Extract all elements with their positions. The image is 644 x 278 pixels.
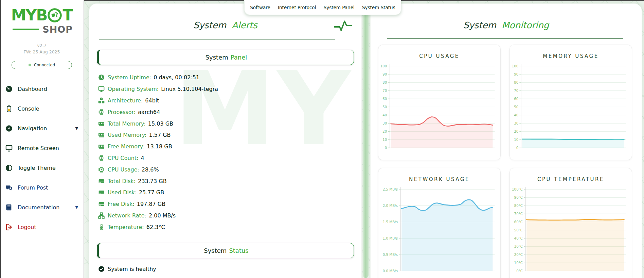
hdd-icon [98, 201, 105, 207]
mybot-logo: MYB T SHOP [6, 7, 77, 35]
svg-text:30°C: 30°C [514, 244, 523, 248]
info-label: Free Disk: [108, 201, 135, 207]
info-label: Free Memory: [108, 143, 144, 150]
forum-icon [5, 184, 13, 191]
info-value: 25.77 GB [139, 189, 164, 196]
sidebar-item-toggle-theme[interactable]: Toggle Theme [0, 158, 84, 178]
svg-text:80: 80 [382, 80, 387, 84]
sidebar-item-dashboard[interactable]: Dashboard [0, 79, 84, 99]
system-info-row-processor: Processor:aarch64 [98, 106, 361, 118]
chip-icon [98, 155, 105, 161]
svg-text:0.5 MB/s: 0.5 MB/s [383, 252, 398, 257]
window-left-edge [0, 0, 1, 278]
svg-text:90: 90 [514, 72, 518, 76]
svg-text:40: 40 [514, 113, 518, 117]
svg-text:10: 10 [382, 137, 387, 142]
memory-icon [98, 120, 105, 127]
svg-text:2.0 MB/s: 2.0 MB/s [383, 203, 398, 208]
info-value: aarch64 [138, 109, 160, 115]
nav-item-system-status[interactable]: System Status [360, 3, 397, 12]
panel-header-secondary: Panel [231, 54, 247, 61]
info-value: 28.6% [142, 166, 159, 173]
svg-text:100°C: 100°C [512, 187, 523, 191]
connection-status-label: Connected [34, 63, 55, 67]
svg-text:30: 30 [382, 121, 387, 125]
alerts-title-underline [99, 39, 335, 39]
system-info-row-cpu-usage: CPU Usage:28.6% [98, 164, 361, 175]
book-icon [5, 204, 13, 211]
firmware-label: FW: 25 Aug 2025 [0, 49, 84, 55]
memory-usage-chart: 0102030405060708090100 [510, 61, 632, 156]
info-label: Architecture: [108, 97, 143, 104]
caret-down-icon[interactable]: ▼ [75, 126, 78, 131]
battery-icon [5, 105, 13, 112]
monitor-icon [98, 86, 105, 92]
nav-item-internet-protocol[interactable]: Internet Protocol [276, 3, 318, 12]
svg-text:1.5 MB/s: 1.5 MB/s [383, 220, 398, 224]
system-info-row-temperature: Temperature:62.3°C [98, 221, 361, 233]
system-info-row-total-disk: Total Disk:233.73 GB [98, 175, 361, 187]
cubes-icon [98, 97, 105, 104]
system-info-row-architecture: Architecture:64bit [98, 95, 361, 107]
caret-down-icon[interactable]: ▼ [75, 205, 78, 210]
monitoring-title-secondary: Monitoring [502, 20, 549, 30]
system-info-row-free-memory: Free Memory:13.18 GB [98, 141, 361, 152]
system-info-row-cpu-count: CPU Count:4 [98, 152, 361, 164]
robot-o-icon [47, 8, 62, 23]
sidebar-item-label: Toggle Theme [18, 165, 56, 171]
svg-text:20: 20 [514, 129, 518, 133]
svg-text:50°C: 50°C [514, 228, 523, 232]
system-info-row-total-memory: Total Memory:15.03 GB [98, 118, 361, 129]
info-label: Processor: [108, 109, 136, 115]
system-health-row: System is healthy [98, 266, 361, 272]
info-label: CPU Count: [108, 155, 139, 161]
connection-status-pill[interactable]: Connected [12, 61, 72, 69]
system-info-row-used-memory: Used Memory:1.57 GB [98, 129, 361, 141]
info-label: System Uptime: [108, 74, 151, 81]
info-label: Used Disk: [108, 189, 137, 196]
chart-title: CPU USAGE [378, 53, 500, 59]
system-alerts-title: System Alerts [89, 20, 361, 30]
nav-item-system-panel[interactable]: System Panel [322, 3, 357, 12]
sidebar-item-navigation[interactable]: Navigation▼ [0, 119, 84, 138]
memory-icon [98, 143, 105, 150]
network-icon [98, 212, 105, 219]
info-value: 4 [141, 155, 144, 161]
chart-title: CPU TEMPERATURE [510, 176, 632, 182]
svg-text:2.5 MB/s: 2.5 MB/s [383, 187, 398, 191]
top-navigation-bar: SoftwareInternet ProtocolSystem PanelSys… [244, 0, 401, 15]
logo-shop-text: SHOP [42, 24, 73, 35]
sidebar-item-documentation[interactable]: Documentation▼ [0, 198, 84, 217]
chart-title: NETWORK USAGE [378, 176, 500, 182]
info-value: 233.73 GB [138, 178, 166, 184]
info-value: 15.03 GB [148, 120, 173, 127]
memory-icon [98, 132, 105, 138]
logout-icon [5, 224, 13, 231]
svg-text:50: 50 [514, 105, 518, 109]
sidebar-item-logout[interactable]: Logout [0, 217, 84, 237]
chart-title: MEMORY USAGE [510, 53, 632, 59]
system-info-row-network-rate: Network Rate:2.00 MB/s [98, 210, 361, 222]
check-circle-icon [98, 266, 105, 272]
svg-text:20°C: 20°C [514, 252, 523, 257]
compass-icon [5, 125, 13, 132]
info-value: 197.87 GB [137, 201, 165, 207]
system-status-header: System Status [97, 243, 354, 258]
sidebar-item-forum-post[interactable]: Forum Post [0, 178, 84, 198]
network-usage-chart: 0.0 MB/s0.5 MB/s1.0 MB/s1.5 MB/s2.0 MB/s… [378, 184, 500, 278]
panel-divider-scrollbar[interactable] [363, 0, 369, 278]
info-value: 2.00 MB/s [149, 212, 176, 219]
sidebar-item-console[interactable]: Console [0, 99, 84, 119]
nav-item-software[interactable]: Software [248, 3, 272, 12]
svg-text:30: 30 [514, 121, 518, 125]
system-health-message: System is healthy [108, 266, 156, 272]
pulse-icon [334, 19, 353, 34]
logo-wordmark: MYB T [6, 7, 77, 23]
system-panel-header: System Panel [97, 50, 354, 65]
svg-text:1.0 MB/s: 1.0 MB/s [383, 236, 398, 240]
sidebar-item-remote-screen[interactable]: Remote Screen [0, 138, 84, 158]
status-dot [29, 64, 31, 66]
alerts-title-secondary: Alerts [232, 20, 257, 30]
svg-text:60°C: 60°C [514, 220, 523, 224]
svg-text:100: 100 [380, 64, 387, 68]
